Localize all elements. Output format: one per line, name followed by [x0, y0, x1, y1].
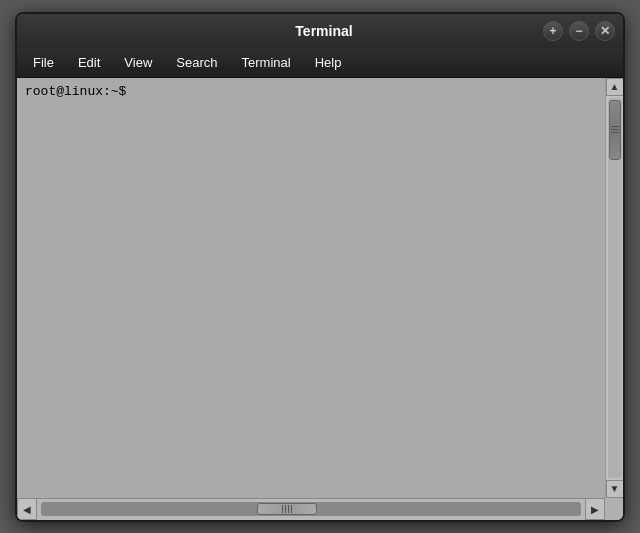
- scrollbar-corner: [605, 498, 623, 520]
- scroll-right-arrow[interactable]: ▶: [585, 498, 605, 520]
- terminal-prompt: root@linux:~$: [25, 84, 597, 99]
- scroll-down-arrow[interactable]: ▼: [606, 480, 624, 498]
- menu-help[interactable]: Help: [305, 52, 352, 73]
- add-button[interactable]: +: [543, 21, 563, 41]
- menu-file[interactable]: File: [23, 52, 64, 73]
- scroll-up-arrow[interactable]: ▲: [606, 78, 624, 96]
- menu-bar: File Edit View Search Terminal Help: [17, 48, 623, 78]
- terminal-window: Terminal + − ✕ File Edit View Search Ter…: [15, 12, 625, 522]
- scroll-track-right: [608, 98, 622, 478]
- thumb-line-1: [611, 126, 619, 127]
- scrollbar-right: ▲ ▼: [605, 78, 623, 498]
- menu-search[interactable]: Search: [166, 52, 227, 73]
- content-area: root@linux:~$ ▲ ▼: [17, 78, 623, 498]
- thumb-line-3: [611, 132, 619, 133]
- terminal-body[interactable]: root@linux:~$: [17, 78, 605, 498]
- vline-1: [282, 505, 283, 513]
- vline-4: [291, 505, 292, 513]
- menu-view[interactable]: View: [114, 52, 162, 73]
- window-controls: + − ✕: [543, 21, 615, 41]
- thumb-line-2: [611, 129, 619, 130]
- menu-edit[interactable]: Edit: [68, 52, 110, 73]
- vline-2: [285, 505, 286, 513]
- vline-3: [288, 505, 289, 513]
- scroll-left-arrow[interactable]: ◀: [17, 498, 37, 520]
- close-button[interactable]: ✕: [595, 21, 615, 41]
- scroll-thumb-bottom[interactable]: [257, 503, 317, 515]
- scroll-track-bottom: [41, 502, 581, 516]
- menu-terminal[interactable]: Terminal: [232, 52, 301, 73]
- window-title: Terminal: [105, 23, 543, 39]
- bottom-scrollbar: ◀ ▶: [17, 498, 623, 520]
- minimize-button[interactable]: −: [569, 21, 589, 41]
- title-bar: Terminal + − ✕: [17, 14, 623, 48]
- scroll-thumb-right[interactable]: [609, 100, 621, 160]
